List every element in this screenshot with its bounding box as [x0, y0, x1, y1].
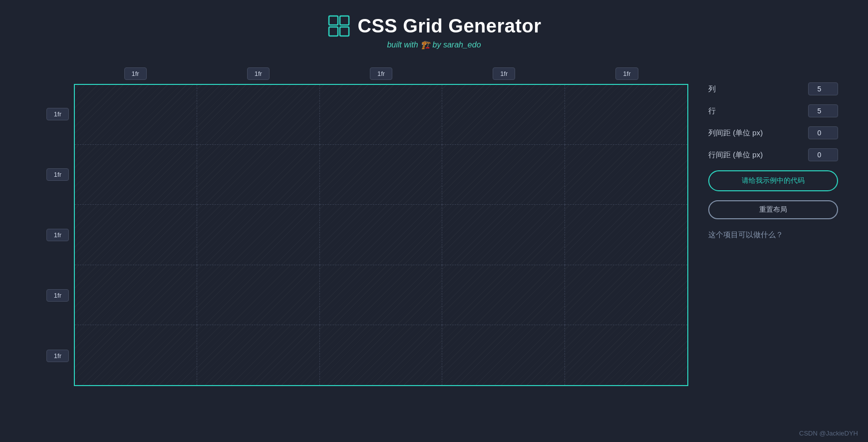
- grid-cell[interactable]: [320, 205, 442, 265]
- row-label-4: 1fr: [40, 265, 74, 326]
- row-badge-2[interactable]: 1fr: [46, 168, 69, 181]
- grid-cell[interactable]: [442, 145, 565, 205]
- row-gap-input[interactable]: [808, 148, 838, 161]
- row-label-1: 1fr: [40, 84, 74, 144]
- grid-cell[interactable]: [75, 205, 197, 265]
- grid-cell[interactable]: [320, 85, 442, 145]
- col-badge-4[interactable]: 1fr: [493, 67, 515, 80]
- footer: CSDN @JackieDYH: [799, 430, 858, 437]
- grid-cell[interactable]: [197, 265, 319, 325]
- grid-cell[interactable]: [565, 265, 687, 325]
- cols-label: 列: [708, 84, 716, 94]
- rows-control-row: 行: [708, 104, 838, 117]
- grid-cell[interactable]: [197, 205, 319, 265]
- row-label-2: 1fr: [40, 144, 74, 205]
- col-label-1: 1fr: [74, 67, 197, 84]
- grid-cell[interactable]: [75, 265, 197, 325]
- show-code-button[interactable]: 请给我示例中的代码: [708, 170, 838, 191]
- grid-cell[interactable]: [75, 145, 197, 205]
- grid-wrapper: 1fr 1fr 1fr 1fr 1fr 1fr 1fr: [40, 67, 688, 386]
- grid-content-row: 1fr 1fr 1fr 1fr 1fr: [40, 84, 688, 386]
- grid-cell[interactable]: [442, 325, 565, 385]
- grid-icon: [327, 14, 351, 38]
- grid-cell[interactable]: [320, 145, 442, 205]
- grid-cell[interactable]: [75, 325, 197, 385]
- row-label-5: 1fr: [40, 326, 74, 386]
- row-badge-5[interactable]: 1fr: [46, 350, 69, 362]
- col-gap-input[interactable]: [808, 126, 838, 139]
- row-gap-label: 行间距 (单位 px): [708, 150, 763, 160]
- svg-rect-0: [329, 16, 338, 25]
- col-label-5: 1fr: [566, 67, 688, 84]
- main-area: 1fr 1fr 1fr 1fr 1fr 1fr 1fr: [0, 67, 868, 386]
- row-badge-1[interactable]: 1fr: [46, 108, 69, 120]
- subtitle-built-text: built with: [387, 40, 418, 49]
- reset-button[interactable]: 重置布局: [708, 200, 838, 219]
- row-badge-3[interactable]: 1fr: [46, 229, 69, 241]
- right-panel: 列 行 列间距 (单位 px) 行间距 (单位 px) 请给我示例中的代码 重置…: [708, 67, 838, 386]
- cols-input[interactable]: [808, 82, 838, 95]
- col-gap-label: 列间距 (单位 px): [708, 128, 763, 138]
- grid-cell[interactable]: [197, 325, 319, 385]
- col-badge-5[interactable]: 1fr: [615, 67, 638, 80]
- page-title: CSS Grid Generator: [358, 15, 542, 37]
- col-gap-control-row: 列间距 (单位 px): [708, 126, 838, 139]
- cols-control-row: 列: [708, 82, 838, 95]
- footer-credit: CSDN @JackieDYH: [799, 430, 858, 437]
- rows-input[interactable]: [808, 104, 838, 117]
- grid-cell[interactable]: [565, 85, 687, 145]
- grid-cell[interactable]: [565, 205, 687, 265]
- what-can-do-link[interactable]: 这个项目可以做什么？: [708, 230, 838, 240]
- col-badge-2[interactable]: 1fr: [247, 67, 270, 80]
- rows-label: 行: [708, 106, 716, 116]
- col-badge-1[interactable]: 1fr: [124, 67, 147, 80]
- col-label-2: 1fr: [197, 67, 319, 84]
- grid-cell[interactable]: [320, 265, 442, 325]
- grid-cell[interactable]: [565, 145, 687, 205]
- subtitle: built with 🏗️ by sarah_edo: [0, 40, 868, 49]
- col-label-3: 1fr: [319, 67, 442, 84]
- subtitle-emoji: 🏗️: [420, 40, 432, 49]
- row-label-3: 1fr: [40, 205, 74, 265]
- grid-cell[interactable]: [442, 205, 565, 265]
- svg-rect-2: [329, 27, 338, 36]
- header: CSS Grid Generator built with 🏗️ by sara…: [0, 0, 868, 57]
- grid-cell[interactable]: [565, 325, 687, 385]
- svg-rect-3: [340, 27, 349, 36]
- col-labels-row: 1fr 1fr 1fr 1fr 1fr: [74, 67, 688, 84]
- css-grid: [74, 84, 688, 386]
- grid-cell[interactable]: [320, 325, 442, 385]
- grid-cell[interactable]: [197, 145, 319, 205]
- grid-cell[interactable]: [442, 85, 565, 145]
- col-label-4: 1fr: [443, 67, 566, 84]
- subtitle-by-text: by sarah_edo: [433, 40, 481, 49]
- row-gap-control-row: 行间距 (单位 px): [708, 148, 838, 161]
- row-labels-col: 1fr 1fr 1fr 1fr 1fr: [40, 84, 74, 386]
- grid-cell[interactable]: [75, 85, 197, 145]
- grid-cell[interactable]: [442, 265, 565, 325]
- col-badge-3[interactable]: 1fr: [370, 67, 392, 80]
- svg-rect-1: [340, 16, 349, 25]
- grid-cell[interactable]: [197, 85, 319, 145]
- row-badge-4[interactable]: 1fr: [46, 289, 69, 302]
